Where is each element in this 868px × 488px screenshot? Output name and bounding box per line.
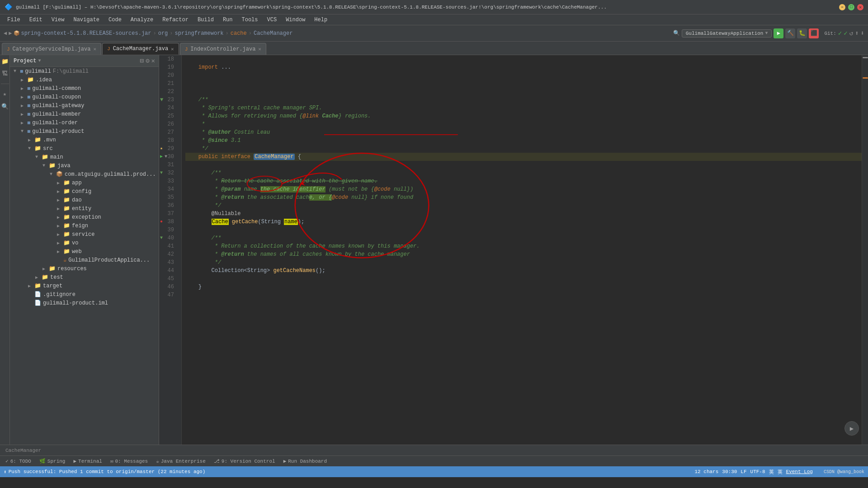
- git-push-icon[interactable]: ⬆: [855, 29, 859, 37]
- run-button[interactable]: ▶: [774, 28, 783, 38]
- tree-item-main[interactable]: ▼ 📁 main: [10, 153, 159, 161]
- dropdown-chevron-icon[interactable]: ▼: [38, 58, 41, 63]
- tab-close-2[interactable]: ✕: [171, 46, 174, 52]
- search-icon[interactable]: 🔍: [673, 30, 680, 37]
- menu-navigate[interactable]: Navigate: [70, 16, 103, 24]
- tree-item-exception[interactable]: ▶ 📁 exception: [10, 213, 159, 221]
- tree-item-resources[interactable]: ▶ 📁 resources: [10, 264, 159, 273]
- code-38: Cache getCache(String name);: [185, 218, 862, 226]
- tree-item-package[interactable]: ▼ 📦 com.atguigu.gulimall.prod...: [10, 170, 159, 178]
- tab-spring[interactable]: 🌿 Spring: [36, 456, 69, 466]
- tab-cache-manager[interactable]: J CacheManager.java ✕: [102, 43, 179, 55]
- menu-help[interactable]: Help: [311, 16, 331, 24]
- project-icon[interactable]: 📁: [0, 57, 9, 66]
- tree-item-src[interactable]: ▼ 📁 src: [10, 144, 159, 153]
- tree-item-config[interactable]: ▶ 📁 config: [10, 187, 159, 196]
- tab-index-controller[interactable]: J IndexController.java ✕: [180, 43, 266, 55]
- tree-item-test[interactable]: ▶ 📁 test: [10, 273, 159, 282]
- tree-item-product[interactable]: ▼ ◼ gulimall-product: [10, 127, 159, 136]
- menu-code[interactable]: Code: [105, 16, 125, 24]
- tree-item-feign[interactable]: ▶ 📁 feign: [10, 221, 159, 230]
- tab-close-3[interactable]: ✕: [258, 46, 261, 52]
- git-rollback-icon[interactable]: ↺: [849, 29, 853, 37]
- error-gutter-icon: ●: [160, 218, 163, 226]
- tree-item-java[interactable]: ▼ 📁 java: [10, 161, 159, 170]
- collapse-all-icon[interactable]: ⊟: [140, 57, 144, 65]
- tree-service-label: service: [72, 231, 94, 238]
- bottom-tabs-bar: ✓ 6: TODO 🌿 Spring ▶ Terminal ✉ 0: Messa…: [0, 455, 868, 466]
- run-gutter-icon[interactable]: ▶: [160, 153, 163, 161]
- tab-terminal[interactable]: ▶ Terminal: [70, 456, 105, 466]
- menu-vcs[interactable]: VCS: [264, 16, 281, 24]
- tree-item-app[interactable]: ▶ 📁 app: [10, 178, 159, 187]
- menu-build[interactable]: Build: [194, 16, 217, 24]
- menu-tools[interactable]: Tools: [238, 16, 262, 24]
- minimize-button[interactable]: –: [839, 4, 845, 10]
- settings-icon[interactable]: ⚙: [146, 57, 149, 65]
- tree-item-idea[interactable]: ▶ 📁 .idea: [10, 75, 159, 84]
- code-editor[interactable]: 18 19 20 21 22 ▼ 23 24 25 26 27 28 ★ 29: [159, 55, 868, 445]
- code-46: }: [185, 283, 862, 291]
- stop-button[interactable]: ⬛: [809, 28, 819, 38]
- run-config-selector[interactable]: GulimallGatewayApplication ▼: [682, 29, 772, 38]
- tab-version-control[interactable]: ⎇ 9: Version Control: [210, 456, 279, 466]
- line-27: 27: [159, 128, 178, 136]
- tree-item-order[interactable]: ▶ ◼ gulimall-order: [10, 118, 159, 127]
- event-log[interactable]: Event Log: [786, 469, 813, 474]
- tree-arrow-common: ▶: [21, 86, 27, 91]
- git-check-icon[interactable]: ✓: [838, 29, 842, 37]
- tree-arrow-feign: ▶: [57, 223, 63, 229]
- menu-view[interactable]: View: [48, 16, 68, 24]
- tree-item-gateway[interactable]: ▶ ◼ gulimall-gateway: [10, 101, 159, 110]
- menu-edit[interactable]: Edit: [26, 16, 46, 24]
- tree-item-vo[interactable]: ▶ 📁 vo: [10, 239, 159, 247]
- tab-messages[interactable]: ✉ 0: Messages: [107, 456, 151, 466]
- tree-item-service[interactable]: ▶ 📁 service: [10, 230, 159, 239]
- java-icon-main: ☕: [63, 257, 66, 263]
- tree-item-iml[interactable]: ▶ 📄 gulimall-product.iml: [10, 299, 159, 307]
- forward-icon[interactable]: ▶: [9, 30, 12, 37]
- menu-window[interactable]: Window: [282, 16, 309, 24]
- tree-item-dao[interactable]: ▶ 📁 dao: [10, 196, 159, 204]
- tab-todo[interactable]: ✓ 6: TODO: [2, 456, 35, 466]
- tree-member-label: gulimall-member: [32, 111, 81, 117]
- favorites-icon[interactable]: ★: [2, 89, 8, 99]
- tree-item-gitignore[interactable]: ▶ 📄 .gitignore: [10, 290, 159, 299]
- tree-item-common[interactable]: ▶ ◼ gulimall-common: [10, 84, 159, 93]
- hide-panel-icon[interactable]: ✕: [151, 57, 155, 65]
- back-icon[interactable]: ◀: [4, 30, 7, 37]
- menu-run[interactable]: Run: [219, 16, 236, 24]
- tree-item-entity[interactable]: ▶ 📁 entity: [10, 204, 159, 213]
- git-pull-icon[interactable]: ⬇: [861, 29, 864, 37]
- line-33: 33: [159, 177, 178, 185]
- code-34: * @param name the cache identifier (must…: [185, 185, 862, 193]
- structure-icon[interactable]: 🏗: [1, 70, 9, 78]
- tree-item-member[interactable]: ▶ ◼ gulimall-member: [10, 110, 159, 118]
- tree-item-web[interactable]: ▶ 📁 web: [10, 247, 159, 256]
- menu-analyze[interactable]: Analyze: [127, 16, 157, 24]
- debug-button[interactable]: 🐛: [797, 28, 807, 38]
- git-status-icon[interactable]: ✓: [844, 29, 847, 37]
- menu-file[interactable]: File: [4, 16, 24, 24]
- tree-item-mvn[interactable]: ▶ 📁 .mvn: [10, 136, 159, 144]
- line-30: ▶ ▼ 30: [159, 153, 178, 161]
- tab-close-1[interactable]: ✕: [93, 46, 96, 52]
- maximize-button[interactable]: □: [848, 4, 854, 10]
- tab-run-dashboard[interactable]: ▶ Run Dashboard: [280, 456, 330, 466]
- lang-icon: 英: [778, 469, 783, 475]
- line-36: 36: [159, 202, 178, 210]
- build-button[interactable]: 🔨: [785, 28, 795, 38]
- tree-item-gulimall[interactable]: ▼ ◼ gulimall F:\gulimall: [10, 67, 159, 75]
- tree-item-coupon[interactable]: ▶ ◼ gulimall-coupon: [10, 93, 159, 101]
- title-bar: 🔷 gulimall [F:\gulimall] – H:\Devsoft\ap…: [0, 0, 868, 14]
- tab-category-service[interactable]: J CategoryServiceImpl.java ✕: [2, 43, 101, 55]
- tree-item-main-app[interactable]: ▶ ☕ GulimallProductApplica...: [10, 256, 159, 264]
- file-icon-iml: 📄: [34, 300, 41, 306]
- menu-refactor[interactable]: Refactor: [159, 16, 192, 24]
- close-button[interactable]: ✕: [857, 4, 863, 10]
- tree-item-target[interactable]: ▶ 📁 target: [10, 282, 159, 290]
- play-overlay-button[interactable]: ▶: [844, 421, 859, 436]
- tree-label: gulimall: [25, 68, 51, 75]
- tab-java-enterprise[interactable]: ☕ Java Enterprise: [152, 456, 209, 466]
- find-icon[interactable]: 🔍: [0, 102, 9, 111]
